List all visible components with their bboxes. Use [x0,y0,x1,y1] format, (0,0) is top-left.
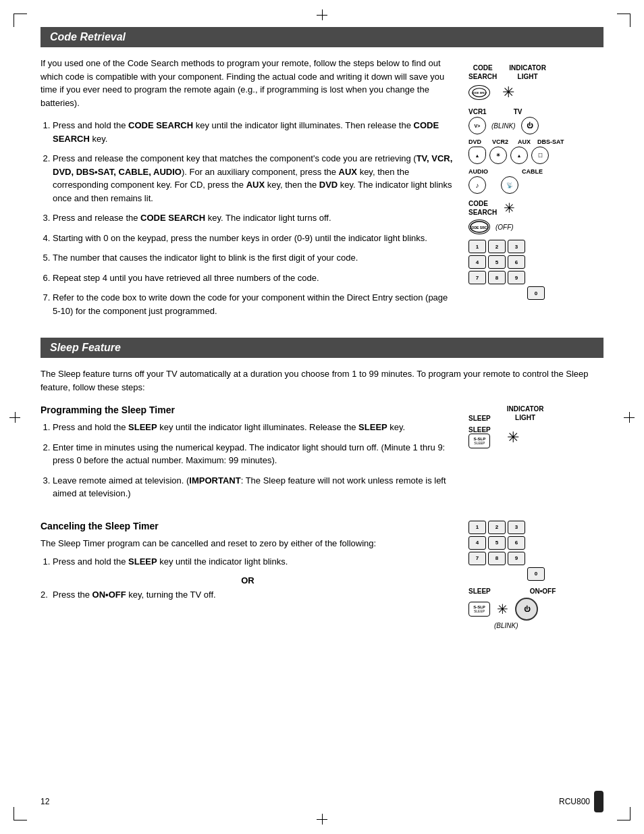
svg-text:CODE SRCH: CODE SRCH [470,226,489,230]
step-1: Press and hold the CODE SEARCH key until… [53,119,455,145]
starburst-2: ✳ [504,200,515,216]
key-4: 4 [468,255,486,269]
corner-mark-tr [617,14,630,27]
left-cross-mark [9,412,20,423]
keypad-numbers: 1 2 3 4 5 6 7 8 9 [468,240,603,284]
key-8: 8 [488,271,506,284]
vcr2-label: VCR2 [492,138,508,145]
key-2: 2 [488,240,506,253]
cancel-key-4: 4 [468,536,486,550]
canceling-left: Canceling the Sleep Timer The Sleep Time… [41,521,455,629]
key-1: 1 [468,240,486,253]
dbs-sat-btn: ⬚ [531,147,549,164]
step-6: Repeat step 4 until you have retrieved a… [53,271,455,285]
cancel-step-1: Press and hold the SLEEP key until the i… [53,555,455,569]
corner-mark-bl [14,807,27,820]
sleep-cancel-label: SLEEP [468,588,491,595]
code-retrieval-steps: Press and hold the CODE SEARCH key until… [41,119,455,317]
indicator-light-sleep-label: INDICATORLIGHT [507,405,544,422]
dbs-sat-label: DBS-SAT [537,138,564,145]
tv-btn: ⏻ [521,117,539,134]
sleep-feature-section: Sleep Feature The Sleep feature turns of… [41,338,603,629]
sleep-step-1: Press and hold the SLEEP key until the i… [53,421,455,434]
sleep-key-btn: S-SLP SLEEP [468,434,490,448]
programming-section: Programming the Sleep Timer Press and ho… [41,405,603,507]
cancel-key-3: 3 [508,521,525,534]
step-4: Starting with 0 on the keypad, press the… [53,232,455,245]
cancel-keypad: 1 2 3 4 5 6 7 8 9 [468,521,603,565]
dvd-btn: ▲ [468,147,486,164]
cable-label: CABLE [522,168,543,175]
programming-title: Programming the Sleep Timer [41,405,455,415]
remote-icon [594,791,603,812]
programming-steps: Press and hold the SLEEP key until the i… [41,421,455,500]
page: Code Retrieval If you used one of the Co… [0,0,644,834]
bottom-cross-mark [317,814,327,825]
canceling-steps: Press and hold the SLEEP key until the i… [41,555,455,569]
code-search-key-1: CODE SRCH [468,85,490,100]
cancel-key-7: 7 [468,552,486,565]
audio-btn: ♪ [468,176,486,194]
key-9: 9 [508,271,525,284]
model-text: RCU800 [559,797,590,806]
vcr1-btn: V> [468,117,486,134]
code-retrieval-header: Code Retrieval [41,27,603,47]
right-cross-mark [624,412,635,423]
corner-mark-tl [14,14,27,27]
cancel-key-6: 6 [508,536,525,550]
sleep-feature-header: Sleep Feature [41,338,603,358]
page-footer: 12 RCU800 [41,791,603,812]
key-0: 0 [527,286,545,300]
blink-label-cancel: (BLINK) [494,622,603,629]
sleep-label-diag: SLEEP [468,426,491,434]
aux-label: AUX [518,138,531,145]
tv-label: TV [514,108,522,115]
code-retrieval-content: If you used one of the Code Search metho… [41,57,603,324]
canceling-section: Canceling the Sleep Timer The Sleep Time… [41,521,603,629]
blink-label: (BLINK) [491,122,516,130]
svg-text:CODE SRCH: CODE SRCH [472,91,487,95]
canceling-title: Canceling the Sleep Timer [41,521,455,531]
top-cross-mark [317,9,327,20]
audio-label: AUDIO [468,168,488,175]
aux-btn: ▲ [510,147,528,164]
code-retrieval-diagram: CODESEARCH INDICATORLIGHT CODE SRCH ✳ [468,57,603,324]
sleep-cancel-key-group: S-SLP SLEEP [468,602,490,617]
sleep-col-label: SLEEP [468,415,491,422]
keypad-grid: 1 2 3 4 5 6 7 8 9 0 [468,240,603,300]
sleep-cancel-btn: S-SLP SLEEP [468,602,490,617]
model-info: RCU800 [559,791,603,812]
code-retrieval-section: Code Retrieval If you used one of the Co… [41,27,603,324]
sleep-intro: The Sleep feature turns off your TV auto… [41,367,603,394]
indicator-starburst-1: ✳ [502,85,514,100]
canceling-diagram: 1 2 3 4 5 6 7 8 9 0 S [468,521,603,629]
cancel-key-9: 9 [508,552,525,565]
code-search-btn-2: CODE SRCH [468,219,490,234]
vcr2-btn: ✳ [489,147,507,164]
cable-btn: 📡 [501,176,518,194]
key-6: 6 [508,255,525,269]
cancel-key-8: 8 [488,552,506,565]
indicator-light-col-label: INDICATORLIGHT [509,63,546,81]
step-5: The number that causes the indicator lig… [53,251,455,265]
page-number: 12 [41,797,49,806]
cancel-key-5: 5 [488,536,506,550]
dvd-label: DVD [468,138,481,145]
starburst-blink: ✳ [497,602,508,616]
vcr1-label: VCR1 [468,108,487,115]
step-3: Press and release the CODE SEARCH key. T… [53,211,455,225]
onoff-key-group: ⏻ [515,598,538,621]
canceling-intro: The Sleep Timer program can be cancelled… [41,537,455,550]
programming-diagram: SLEEP INDICATORLIGHT SLEEP S-SLP SLEEP ✳ [468,405,603,507]
code-search-label-2: CODESEARCH [468,199,497,217]
code-retrieval-intro: If you used one of the Code Search metho… [41,57,455,109]
sleep-step-2: Enter time in minutes using the numerica… [53,441,455,467]
cancel-key-2: 2 [488,521,506,534]
onoff-btn: ⏻ [515,598,538,621]
key-3: 3 [508,240,525,253]
programming-left: Programming the Sleep Timer Press and ho… [41,405,455,507]
key-5: 5 [488,255,506,269]
cancel-step-2: 2. Press the ON•OFF key, turning the TV … [41,588,455,602]
code-retrieval-left: If you used one of the Code Search metho… [41,57,455,324]
off-label: (OFF) [495,224,514,231]
